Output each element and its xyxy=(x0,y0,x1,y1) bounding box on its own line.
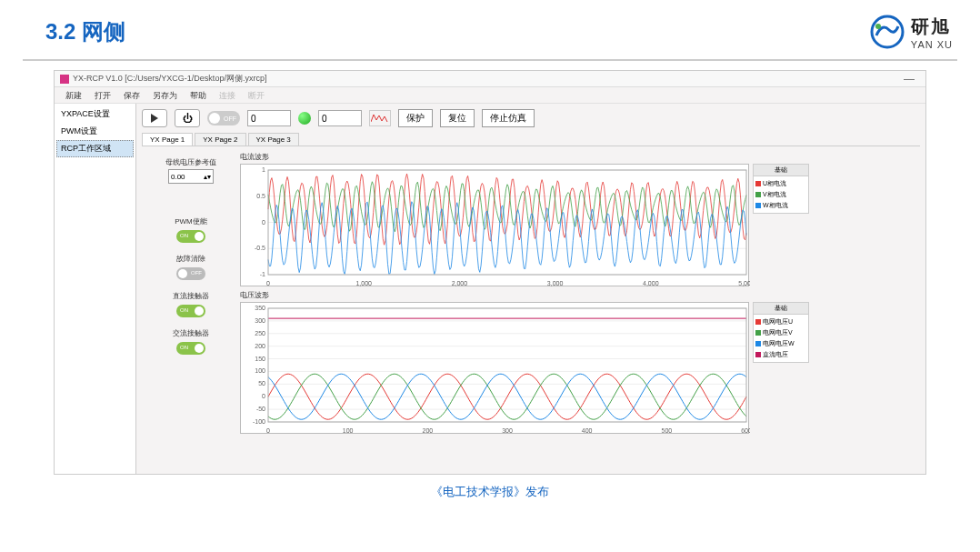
menu-new[interactable]: 新建 xyxy=(60,89,87,101)
svg-text:400: 400 xyxy=(582,427,593,434)
logo-cn: 研旭 xyxy=(911,15,953,39)
minimize-button[interactable]: — xyxy=(898,73,920,85)
divider xyxy=(23,59,957,61)
svg-text:1,000: 1,000 xyxy=(355,280,372,286)
svg-text:0: 0 xyxy=(262,393,265,399)
svg-rect-47 xyxy=(268,308,746,422)
svg-text:300: 300 xyxy=(255,317,265,324)
svg-text:0: 0 xyxy=(266,427,270,434)
input-1[interactable] xyxy=(247,110,291,126)
logo-en: YAN XU xyxy=(911,39,953,50)
svg-text:-0.5: -0.5 xyxy=(255,245,265,251)
svg-text:500: 500 xyxy=(661,427,672,434)
tab-page-1[interactable]: YX Page 1 xyxy=(142,133,193,146)
main-toggle[interactable]: OFF xyxy=(207,111,240,125)
menu-help[interactable]: 帮助 xyxy=(185,89,212,101)
input-2[interactable] xyxy=(318,110,362,126)
logo-icon xyxy=(869,14,905,50)
svg-text:100: 100 xyxy=(255,367,265,374)
current-chart[interactable]: 10.50-0.5-101,0002,0003,0004,0005,000 xyxy=(240,164,749,286)
svg-point-0 xyxy=(872,16,903,47)
tabs: YX Page 1 YX Page 2 YX Page 3 xyxy=(142,133,920,146)
chart2-legend: 基础 电网电压U电网电压V电网电压W直流电压 xyxy=(753,302,809,363)
svg-text:3,000: 3,000 xyxy=(547,280,564,286)
reset-button[interactable]: 复位 xyxy=(440,109,475,127)
titlebar: YX-RCP V1.0 [C:/Users/YXCG-1/Desktop/网侧.… xyxy=(55,71,925,87)
bus-voltage-spinner[interactable]: 0.00▴▾ xyxy=(168,169,214,184)
svg-text:-100: -100 xyxy=(253,418,265,425)
switch-label-pwm: PWM使能 xyxy=(175,216,207,226)
spinner-label: 母线电压参考值 xyxy=(145,157,236,167)
svg-text:200: 200 xyxy=(422,427,433,434)
waveform-icon[interactable] xyxy=(369,110,391,126)
tab-page-2[interactable]: YX Page 2 xyxy=(195,133,245,146)
sidebar-item-pwm[interactable]: PWM设置 xyxy=(56,123,134,140)
control-panel: 母线电压参考值 0.00▴▾ PWM使能 ON 故障清除 OFF 直流接触器 xyxy=(145,152,236,468)
chart2-title: 电压波形 xyxy=(240,290,916,300)
svg-text:250: 250 xyxy=(255,330,265,336)
menu-connect: 连接 xyxy=(214,89,241,101)
svg-text:50: 50 xyxy=(258,380,265,386)
svg-text:300: 300 xyxy=(502,427,513,434)
power-button[interactable] xyxy=(175,109,200,127)
play-button[interactable] xyxy=(142,109,167,127)
logo: 研旭 YAN XU xyxy=(869,14,953,50)
svg-text:2,000: 2,000 xyxy=(452,280,468,286)
protect-button[interactable]: 保护 xyxy=(398,109,433,127)
svg-text:5,000: 5,000 xyxy=(738,280,750,286)
sidebar-item-rcp[interactable]: RCP工作区域 xyxy=(56,140,134,157)
ac-contactor-toggle[interactable]: ON xyxy=(176,342,205,355)
switch-label-dc: 直流接触器 xyxy=(173,291,209,301)
fault-clear-toggle[interactable]: OFF xyxy=(176,267,205,280)
toolbar: OFF 保护 复位 停止仿真 xyxy=(142,107,920,133)
svg-text:-50: -50 xyxy=(256,406,265,412)
pwm-enable-toggle[interactable]: ON xyxy=(176,230,205,243)
app-window: YX-RCP V1.0 [C:/Users/YXCG-1/Desktop/网侧.… xyxy=(54,70,926,475)
tab-page-3[interactable]: YX Page 3 xyxy=(248,133,299,146)
menu-save[interactable]: 保存 xyxy=(118,89,145,101)
svg-text:100: 100 xyxy=(343,427,354,434)
voltage-chart[interactable]: 350300250200150100500-50-100010020030040… xyxy=(240,302,749,434)
svg-text:4,000: 4,000 xyxy=(643,280,659,286)
status-led xyxy=(298,112,311,125)
sidebar: YXPACE设置 PWM设置 RCP工作区域 xyxy=(55,104,136,474)
menu-open[interactable]: 打开 xyxy=(89,89,116,101)
footer-text: 《电工技术学报》发布 xyxy=(0,475,980,509)
svg-text:0: 0 xyxy=(266,280,270,286)
menubar: 新建 打开 保存 另存为 帮助 连接 断开 xyxy=(55,87,925,104)
svg-text:200: 200 xyxy=(255,343,265,349)
dc-contactor-toggle[interactable]: ON xyxy=(176,305,205,317)
menu-disconnect: 断开 xyxy=(243,89,270,101)
svg-text:600: 600 xyxy=(741,427,750,434)
svg-text:0.5: 0.5 xyxy=(256,193,265,199)
svg-text:350: 350 xyxy=(255,305,265,311)
slide-title: 3.2 网侧 xyxy=(45,17,125,46)
svg-point-1 xyxy=(875,24,881,29)
sidebar-item-yxpace[interactable]: YXPACE设置 xyxy=(56,105,134,123)
stop-sim-button[interactable]: 停止仿真 xyxy=(482,109,535,127)
switch-label-ac: 交流接触器 xyxy=(173,328,209,338)
app-icon xyxy=(60,75,69,84)
svg-text:1: 1 xyxy=(262,166,265,173)
chart1-title: 电流波形 xyxy=(240,152,916,162)
svg-text:-1: -1 xyxy=(260,271,265,277)
svg-text:150: 150 xyxy=(255,356,265,362)
svg-text:0: 0 xyxy=(262,219,265,226)
menu-saveas[interactable]: 另存为 xyxy=(147,89,183,101)
switch-label-fault: 故障清除 xyxy=(176,254,205,264)
window-title: YX-RCP V1.0 [C:/Users/YXCG-1/Desktop/网侧.… xyxy=(73,73,898,85)
chart1-legend: 基础 U相电流V相电流W相电流 xyxy=(753,164,809,214)
